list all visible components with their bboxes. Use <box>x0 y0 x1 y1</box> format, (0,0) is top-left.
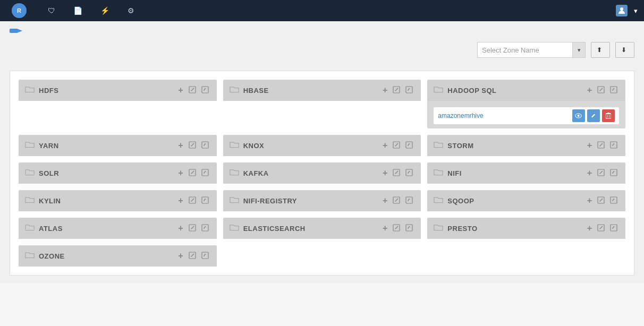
service-add-btn-nifi[interactable]: + <box>586 168 594 178</box>
service-edit-btn-ozone[interactable] <box>187 251 198 261</box>
svg-point-10 <box>578 115 580 117</box>
audit-icon: 📄 <box>73 6 82 15</box>
service-edit-btn-yarn[interactable] <box>187 141 198 151</box>
nav-settings[interactable]: ⚙ <box>120 0 145 21</box>
service-add-btn-ozone[interactable]: + <box>176 251 184 261</box>
service-shield-btn-storm[interactable] <box>608 141 619 151</box>
service-edit-btn-atlas[interactable] <box>187 224 198 234</box>
service-header-left-hbase: HBASE <box>230 85 269 95</box>
child-delete-btn-amazonemrhive[interactable] <box>602 109 615 122</box>
service-shield-btn-knox[interactable] <box>404 141 414 151</box>
service-name-hdfs: HDFS <box>39 87 58 95</box>
service-add-btn-hbase[interactable]: + <box>381 85 389 96</box>
svg-rect-8 <box>611 87 617 93</box>
folder-icon <box>434 224 443 233</box>
service-shield-btn-yarn[interactable] <box>200 141 210 151</box>
child-eye-btn-amazonemrhive[interactable] <box>572 109 585 122</box>
service-add-btn-atlas[interactable]: + <box>176 223 184 234</box>
service-edit-btn-hbase[interactable] <box>391 85 402 96</box>
service-add-btn-presto[interactable]: + <box>586 223 594 234</box>
service-header-presto: PRESTO+ <box>427 218 625 239</box>
service-actions-hdfs: + <box>176 85 210 96</box>
svg-rect-27 <box>611 169 617 176</box>
folder-icon <box>230 85 239 95</box>
service-add-btn-storm[interactable]: + <box>586 140 594 151</box>
service-shield-btn-atlas[interactable] <box>200 224 210 234</box>
service-shield-btn-ozone[interactable] <box>200 251 210 261</box>
service-shield-btn-nifi[interactable] <box>608 168 619 178</box>
admin-menu[interactable]: ▾ <box>616 5 638 16</box>
service-header-left-presto: PRESTO <box>434 224 477 233</box>
svg-rect-33 <box>611 197 617 203</box>
service-shield-btn-presto[interactable] <box>608 224 619 234</box>
nav-audit[interactable]: 📄 <box>66 0 93 21</box>
service-add-btn-knox[interactable]: + <box>381 140 389 151</box>
svg-rect-25 <box>406 169 412 176</box>
page-header: Select Zone Name ▾ ⬆ ⬇ <box>0 38 644 63</box>
service-edit-btn-nifi-registry[interactable] <box>391 196 402 206</box>
service-add-btn-hadoop-sql[interactable]: + <box>586 85 594 96</box>
service-edit-btn-storm[interactable] <box>596 141 606 151</box>
admin-chevron-icon: ▾ <box>634 7 638 15</box>
import-button[interactable]: ⬆ <box>591 42 610 58</box>
service-header-kylin: KYLIN+ <box>19 190 217 211</box>
child-link-amazonemrhive[interactable]: amazonemrhive <box>438 112 483 119</box>
service-add-btn-kylin[interactable]: + <box>176 195 184 206</box>
service-name-nifi: NIFI <box>447 169 462 177</box>
service-edit-btn-nifi[interactable] <box>596 168 606 178</box>
service-header-hbase: HBASE+ <box>223 80 421 101</box>
app-logo[interactable]: R <box>6 3 35 18</box>
service-edit-btn-kafka[interactable] <box>391 168 402 178</box>
service-shield-btn-hbase[interactable] <box>404 85 414 96</box>
service-card-kafka: KAFKA+ <box>223 162 421 184</box>
service-header-left-hadoop-sql: HADOOP SQL <box>434 85 496 95</box>
service-shield-btn-kylin[interactable] <box>200 196 210 206</box>
export-button[interactable]: ⬇ <box>615 42 634 58</box>
nav-security-zone[interactable]: ⚡ <box>93 0 120 21</box>
service-shield-btn-kafka[interactable] <box>404 168 414 178</box>
folder-icon <box>25 224 35 233</box>
service-shield-btn-sqoop[interactable] <box>608 196 619 206</box>
service-add-btn-nifi-registry[interactable]: + <box>381 195 389 206</box>
zone-dropdown-arrow[interactable]: ▾ <box>573 42 586 58</box>
service-add-btn-sqoop[interactable]: + <box>586 195 594 206</box>
svg-point-2 <box>620 7 623 11</box>
service-edit-btn-kylin[interactable] <box>187 196 198 206</box>
service-shield-btn-nifi-registry[interactable] <box>404 196 414 206</box>
service-edit-btn-hadoop-sql[interactable] <box>596 85 606 96</box>
service-edit-btn-solr[interactable] <box>187 168 198 178</box>
svg-rect-19 <box>406 142 412 148</box>
service-add-btn-hdfs[interactable]: + <box>176 85 184 96</box>
service-shield-btn-elasticsearch[interactable] <box>404 224 414 234</box>
service-add-btn-elasticsearch[interactable]: + <box>381 223 389 234</box>
service-shield-btn-hdfs[interactable] <box>200 85 210 96</box>
service-edit-btn-elasticsearch[interactable] <box>391 224 402 234</box>
service-edit-btn-knox[interactable] <box>391 141 402 151</box>
service-add-btn-yarn[interactable]: + <box>176 140 184 151</box>
nav-access-manager[interactable]: 🛡 <box>40 0 66 21</box>
service-header-left-hdfs: HDFS <box>25 85 58 95</box>
security-zone-icon: ⚡ <box>100 6 109 15</box>
service-header-nifi-registry: NIFI-REGISTRY+ <box>223 190 421 211</box>
svg-rect-23 <box>202 169 208 176</box>
svg-text:R: R <box>17 7 21 14</box>
service-header-left-atlas: ATLAS <box>25 224 63 233</box>
service-shield-btn-solr[interactable] <box>200 168 210 178</box>
service-add-btn-solr[interactable]: + <box>176 168 184 178</box>
child-edit-btn-amazonemrhive[interactable] <box>587 109 600 122</box>
folder-icon <box>434 168 443 178</box>
breadcrumb-area <box>0 21 644 38</box>
service-shield-btn-hadoop-sql[interactable] <box>608 85 619 96</box>
folder-icon <box>230 168 239 178</box>
service-edit-btn-presto[interactable] <box>596 224 606 234</box>
service-edit-btn-hdfs[interactable] <box>187 85 198 96</box>
service-card-elasticsearch: ELASTICSEARCH+ <box>223 218 421 239</box>
service-name-nifi-registry: NIFI-REGISTRY <box>243 197 297 205</box>
service-add-btn-kafka[interactable]: + <box>381 168 389 178</box>
breadcrumb-badge[interactable] <box>10 29 22 33</box>
service-edit-btn-sqoop[interactable] <box>596 196 606 206</box>
service-actions-knox: + <box>381 140 414 151</box>
zone-select[interactable]: Select Zone Name <box>477 42 573 58</box>
service-name-atlas: ATLAS <box>39 225 63 233</box>
folder-icon <box>230 141 239 150</box>
